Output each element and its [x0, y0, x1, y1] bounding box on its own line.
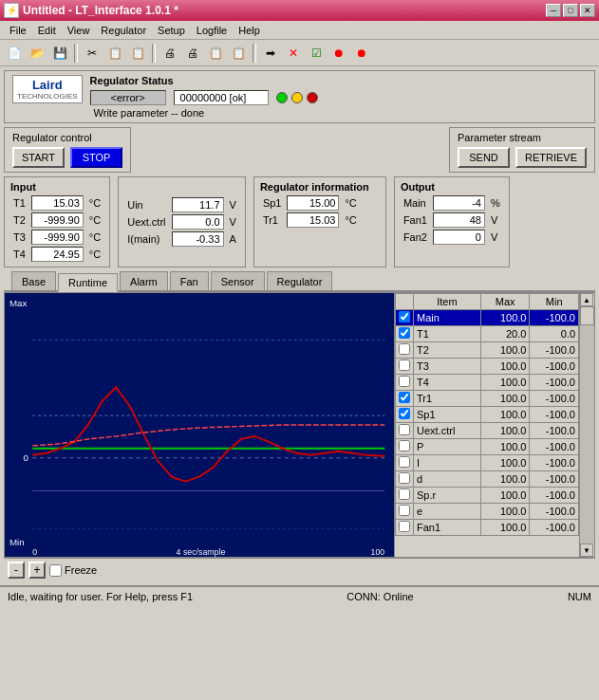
row-checkbox-cell[interactable] [396, 359, 414, 375]
chart-table-row[interactable]: Sp1 100.0 -100.0 [396, 407, 579, 423]
regulator-info-section: Regulator information Sp1 15.00 °C Tr1 1… [253, 176, 386, 267]
chart-table-row[interactable]: I 100.0 -100.0 [396, 455, 579, 471]
row-checkbox-cell[interactable] [396, 504, 414, 520]
tab-fan[interactable]: Fan [170, 271, 209, 290]
menu-item-regulator[interactable]: Regulator [95, 23, 152, 38]
chart-table-row[interactable]: T1 20.0 0.0 [396, 326, 579, 342]
chart-table-row[interactable]: d 100.0 -100.0 [396, 471, 579, 488]
row-max: 100.0 [480, 391, 530, 407]
stop-button[interactable]: ✕ [283, 43, 304, 64]
print-button[interactable]: 🖨 [159, 43, 180, 64]
input-value: 15.03 [31, 195, 84, 211]
scroll-down-button[interactable]: ▼ [580, 543, 593, 557]
row-checkbox[interactable] [399, 456, 410, 468]
save-button[interactable]: 💾 [49, 43, 70, 64]
chart-table-row[interactable]: Tr1 100.0 -100.0 [396, 391, 579, 407]
chart-table-row[interactable]: Uext.ctrl 100.0 -100.0 [396, 423, 579, 439]
chart-bottom: - + Freeze [4, 558, 595, 581]
app-icon: ⚡ [4, 3, 19, 18]
row-checkbox-cell[interactable] [396, 455, 414, 471]
table-scrollbar[interactable]: ▲ ▼ [579, 293, 594, 557]
stop-button[interactable]: STOP [70, 147, 122, 168]
chart-table-row[interactable]: T2 100.0 -100.0 [396, 342, 579, 359]
rec2-button[interactable]: ⏺ [351, 43, 372, 64]
row-checkbox[interactable] [399, 521, 410, 532]
paste-button[interactable]: 📋 [127, 43, 148, 64]
scroll-thumb[interactable] [580, 306, 594, 325]
check-button[interactable]: ☑ [306, 43, 327, 64]
minimize-button[interactable]: ─ [546, 4, 561, 17]
row-checkbox[interactable] [399, 327, 410, 339]
tab-base[interactable]: Base [11, 271, 56, 290]
row-checkbox[interactable] [399, 424, 410, 435]
row-checkbox-cell[interactable] [396, 520, 414, 536]
parameter-stream-buttons: SEND RETRIEVE [458, 147, 587, 168]
maximize-button[interactable]: □ [563, 4, 578, 17]
menu-item-logfile[interactable]: Logfile [191, 23, 233, 38]
rec-button[interactable]: ⏺ [328, 43, 349, 64]
row-checkbox-cell[interactable] [396, 391, 414, 407]
menu-item-setup[interactable]: Setup [152, 23, 191, 38]
menu-item-edit[interactable]: Edit [32, 23, 62, 38]
arrow-button[interactable]: ➡ [260, 43, 281, 64]
row-checkbox[interactable] [399, 343, 410, 355]
row-checkbox-cell[interactable] [396, 407, 414, 423]
close-button[interactable]: ✕ [580, 4, 595, 17]
scroll-track[interactable] [580, 306, 594, 543]
row-checkbox[interactable] [399, 505, 410, 516]
cut-button[interactable]: ✂ [82, 43, 103, 64]
row-checkbox[interactable] [399, 472, 410, 484]
tabs-row: BaseRuntimeAlarmFanSensorRegulator [4, 271, 595, 292]
chart-table-row[interactable]: Sp.r 100.0 -100.0 [396, 488, 579, 504]
row-checkbox[interactable] [399, 408, 410, 419]
menu-item-help[interactable]: Help [233, 23, 266, 38]
output-label: Main [401, 194, 430, 212]
titlebar-controls[interactable]: ─ □ ✕ [546, 4, 595, 17]
row-checkbox-cell[interactable] [396, 326, 414, 342]
row-checkbox[interactable] [399, 311, 410, 322]
menu-item-file[interactable]: File [4, 23, 32, 38]
scroll-up-button[interactable]: ▲ [580, 293, 593, 306]
menu-item-view[interactable]: View [62, 23, 96, 38]
row-checkbox-cell[interactable] [396, 471, 414, 488]
reg-info-label: Tr1 [260, 212, 285, 229]
row-checkbox[interactable] [399, 376, 410, 387]
zoom-out-button[interactable]: - [8, 562, 25, 579]
menubar: FileEditViewRegulatorSetupLogfileHelp [0, 21, 599, 40]
send-button[interactable]: SEND [458, 147, 510, 168]
retrieve-button[interactable]: RETRIEVE [515, 147, 587, 168]
chart-table-row[interactable]: Main 100.0 -100.0 [396, 310, 579, 326]
copy3-button[interactable]: 📋 [228, 43, 249, 64]
freeze-checkbox[interactable] [49, 564, 62, 577]
chart-table-row[interactable]: T3 100.0 -100.0 [396, 359, 579, 375]
tab-runtime[interactable]: Runtime [58, 273, 118, 292]
row-checkbox[interactable] [399, 359, 410, 371]
print2-button[interactable]: 🖨 [182, 43, 203, 64]
row-checkbox-cell[interactable] [396, 342, 414, 359]
input-row: T1 15.03 °C [10, 194, 103, 212]
row-checkbox[interactable] [399, 488, 410, 500]
tab-regulator[interactable]: Regulator [267, 271, 333, 290]
start-button[interactable]: START [12, 147, 65, 168]
row-checkbox-cell[interactable] [396, 310, 414, 326]
row-checkbox[interactable] [399, 440, 410, 451]
row-checkbox-cell[interactable] [396, 439, 414, 455]
row-checkbox-cell[interactable] [396, 375, 414, 391]
tab-sensor[interactable]: Sensor [211, 271, 265, 290]
row-checkbox-cell[interactable] [396, 488, 414, 504]
copy-button[interactable]: 📋 [104, 43, 125, 64]
chart-table-row[interactable]: Fan1 100.0 -100.0 [396, 520, 579, 536]
zoom-in-button[interactable]: + [28, 562, 46, 579]
chart-table-row[interactable]: e 100.0 -100.0 [396, 504, 579, 520]
new-button[interactable]: 📄 [4, 43, 25, 64]
row-checkbox[interactable] [399, 392, 410, 403]
row-item: Sp.r [414, 488, 481, 504]
row-checkbox-cell[interactable] [396, 423, 414, 439]
copy2-button[interactable]: 📋 [205, 43, 226, 64]
row-item: Sp1 [414, 407, 481, 423]
chart-table-row[interactable]: T4 100.0 -100.0 [396, 375, 579, 391]
chart-table-row[interactable]: P 100.0 -100.0 [396, 439, 579, 455]
tab-alarm[interactable]: Alarm [120, 271, 168, 290]
open-button[interactable]: 📂 [27, 43, 47, 64]
uin-section: Uin 11.7 V Uext.ctrl 0.0 V I(main) -0.33… [118, 176, 246, 267]
